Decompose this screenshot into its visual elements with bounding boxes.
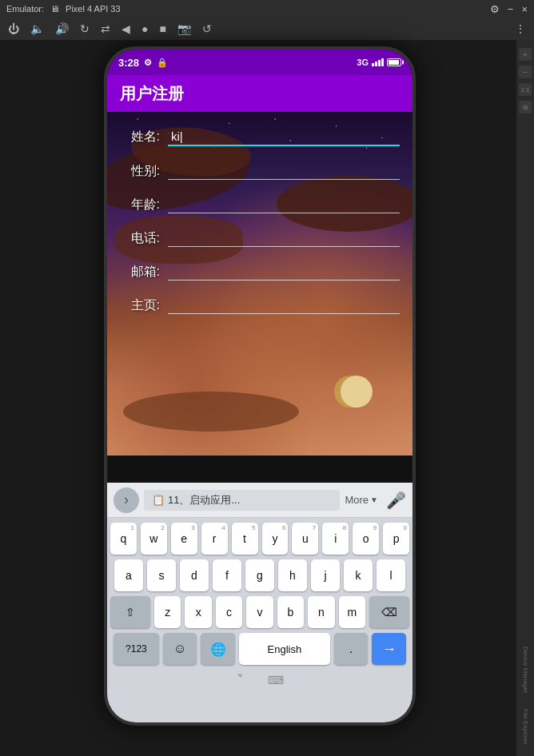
backspace-key[interactable]: ⌫ <box>369 596 409 628</box>
power-icon[interactable]: ⏻ <box>8 22 19 35</box>
settings-status-icon: ⚙ <box>144 58 152 68</box>
phone-input[interactable] <box>168 229 400 247</box>
key-i[interactable]: 8i <box>322 523 349 555</box>
key-q[interactable]: 1q <box>110 523 137 555</box>
key-d[interactable]: d <box>180 559 209 591</box>
shift-key[interactable]: ⇧ <box>110 596 150 628</box>
emoji-key[interactable]: ☺ <box>163 633 197 665</box>
gender-input[interactable] <box>168 162 400 180</box>
settings-icon[interactable]: ⚙ <box>490 3 500 15</box>
status-time: 3:28 <box>118 57 139 69</box>
key-g[interactable]: g <box>245 559 274 591</box>
key-f[interactable]: f <box>213 559 241 591</box>
mic-button[interactable]: 🎤 <box>386 491 406 510</box>
key-h[interactable]: h <box>278 559 307 591</box>
homepage-input[interactable] <box>168 296 400 314</box>
home-icon[interactable]: ● <box>141 22 148 35</box>
registration-form: 姓名: ki | 性别: 年龄: <box>107 112 412 456</box>
name-input-value[interactable]: ki <box>171 129 180 143</box>
back-icon[interactable]: ◀ <box>122 22 130 35</box>
key-l[interactable]: l <box>377 559 405 591</box>
form-row-gender: 性别: <box>120 162 400 180</box>
chevron-down-icon: ˅ <box>237 671 244 689</box>
cursor-blink: | <box>180 129 183 143</box>
device-manager-label: Device Manager <box>522 647 529 696</box>
key-u[interactable]: 7u <box>292 523 318 555</box>
close-icon[interactable]: × <box>521 3 528 15</box>
emulator-toolbar: ⏻ 🔈 🔊 ↻ ⇄ ◀ ● ■ 📷 ↺ ⋮ <box>0 18 534 40</box>
more-icon[interactable]: ⋮ <box>515 22 526 35</box>
form-row-homepage: 主页: <box>120 296 400 314</box>
lock-status-icon: 🔒 <box>157 58 168 68</box>
key-o[interactable]: 9o <box>353 523 379 555</box>
key-r[interactable]: 4r <box>201 523 228 555</box>
suggestion-more[interactable]: More ▼ <box>345 494 378 506</box>
suggestion-pill[interactable]: 📋 11、启动应用... <box>144 490 340 511</box>
name-input-container[interactable]: ki | <box>168 128 400 146</box>
key-row-3: ⇧ z x c v b n m ⌫ <box>110 596 409 628</box>
suggestion-expand-button[interactable]: › <box>114 487 139 513</box>
signal-bars <box>372 58 384 66</box>
keyboard-indicator: ˅ ⌨ <box>107 668 412 692</box>
numbers-key[interactable]: ?123 <box>114 633 159 665</box>
key-row-2: a s d f g h j k l <box>110 559 409 591</box>
rotate-icon[interactable]: ↻ <box>80 22 90 35</box>
switch-icon[interactable]: ⇄ <box>101 22 110 35</box>
form-row-name: 姓名: ki | <box>120 128 400 146</box>
volume-up-icon[interactable]: 🔊 <box>55 22 69 35</box>
key-n[interactable]: n <box>308 596 334 628</box>
homepage-label: 主页: <box>120 297 160 314</box>
keyboard-rows: 1q 2w 3e 4r 5t 6y 7u 8i 9o 0p a s d f g … <box>107 518 412 668</box>
suggestion-text: 11、启动应用... <box>168 493 240 507</box>
key-a[interactable]: a <box>114 559 143 591</box>
key-k[interactable]: k <box>344 559 373 591</box>
space-key[interactable]: English <box>239 633 330 665</box>
key-row-1: 1q 2w 3e 4r 5t 6y 7u 8i 9o 0p <box>110 523 409 555</box>
status-bar: 3:28 ⚙ 🔒 3G <box>107 50 412 75</box>
zoom-in-button[interactable]: + <box>519 48 532 61</box>
undo-icon[interactable]: ↺ <box>202 22 212 35</box>
key-z[interactable]: z <box>154 596 181 628</box>
enter-key[interactable]: → <box>372 633 406 665</box>
globe-key[interactable]: 🌐 <box>201 633 235 665</box>
app-content: 姓名: ki | 性别: 年龄: <box>107 112 412 456</box>
phone-frame: 3:28 ⚙ 🔒 3G 用户注册 <box>104 46 416 726</box>
suggestion-bar: › 📋 11、启动应用... More ▼ 🎤 <box>107 483 412 518</box>
period-key[interactable]: . <box>334 633 369 665</box>
keyboard: › 📋 11、启动应用... More ▼ 🎤 1q 2w 3e 4r 5t 6… <box>107 483 412 722</box>
key-x[interactable]: x <box>185 596 211 628</box>
key-v[interactable]: v <box>246 596 273 628</box>
key-t[interactable]: 5t <box>232 523 258 555</box>
key-y[interactable]: 6y <box>262 523 289 555</box>
battery-icon <box>387 58 401 66</box>
age-label: 年龄: <box>120 197 160 213</box>
key-s[interactable]: s <box>147 559 176 591</box>
phone-label: 电话: <box>120 230 160 247</box>
form-row-phone: 电话: <box>120 229 400 247</box>
key-c[interactable]: c <box>216 596 242 628</box>
form-row-email: 邮箱: <box>120 263 400 281</box>
age-input[interactable] <box>168 196 400 213</box>
key-j[interactable]: j <box>311 559 340 591</box>
key-p[interactable]: 0p <box>383 523 409 555</box>
volume-mute-icon[interactable]: 🔈 <box>30 22 44 35</box>
email-input[interactable] <box>168 263 400 281</box>
key-b[interactable]: b <box>277 596 304 628</box>
emulator-label: Emulator: <box>6 4 44 14</box>
key-e[interactable]: 3e <box>171 523 197 555</box>
email-label: 邮箱: <box>120 264 160 281</box>
emulator-topbar: Emulator: 🖥 Pixel 4 API 33 ⚙ − × <box>0 0 534 18</box>
right-panel: + − 1:1 ⊞ Device Manager File Explorer <box>516 40 534 756</box>
keyboard-type-icon: ⌨ <box>268 674 284 686</box>
key-w[interactable]: 2w <box>141 523 167 555</box>
camera-icon[interactable]: 📷 <box>177 22 191 35</box>
fullscreen-button[interactable]: ⊞ <box>519 101 532 113</box>
key-m[interactable]: m <box>339 596 365 628</box>
app-header: 用户注册 <box>107 75 412 112</box>
zoom-out-button[interactable]: − <box>519 66 532 78</box>
fit-screen-button[interactable]: 1:1 <box>519 83 532 96</box>
minimize-icon[interactable]: − <box>508 3 514 15</box>
device-name: Pixel 4 API 33 <box>66 4 121 14</box>
recents-icon[interactable]: ■ <box>159 22 165 35</box>
power-button <box>412 289 415 353</box>
